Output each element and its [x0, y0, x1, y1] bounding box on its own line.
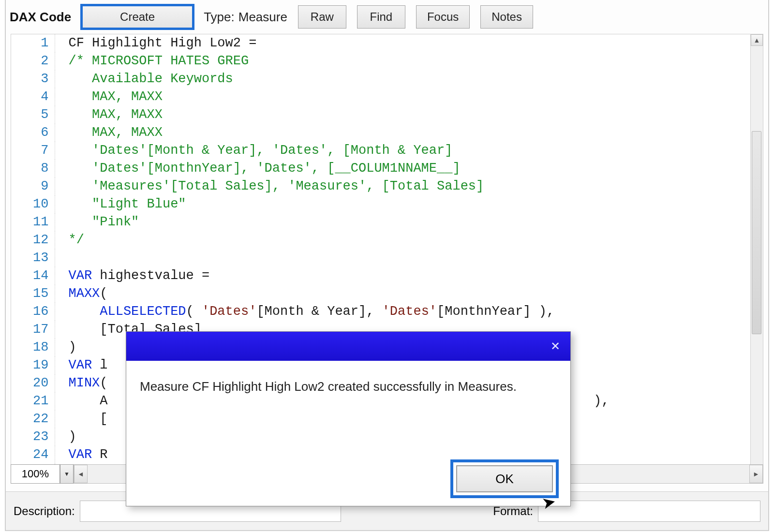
raw-button[interactable]: Raw [298, 5, 346, 29]
line-number: 18 [11, 339, 55, 356]
line-number: 9 [11, 177, 55, 195]
code-line[interactable]: 14VAR highestvalue = [11, 267, 610, 285]
code-line[interactable]: 15MAXX( [11, 285, 610, 303]
scroll-thumb[interactable] [752, 131, 761, 334]
create-button[interactable]: Create [82, 5, 193, 29]
code-content[interactable]: "Light Blue" [55, 195, 610, 213]
line-number: 17 [11, 321, 55, 339]
code-line[interactable]: 8 'Dates'[MonthnYear], 'Dates', [__COLUM… [11, 160, 610, 177]
app-title: DAX Code [10, 10, 71, 25]
line-number: 11 [11, 213, 55, 231]
line-number: 12 [11, 231, 55, 249]
code-content[interactable]: MAX, MAXX [55, 88, 610, 106]
line-number: 4 [11, 88, 55, 106]
code-content[interactable]: 'Measures'[Total Sales], 'Measures', [To… [55, 177, 610, 195]
focus-button[interactable]: Focus [416, 5, 470, 29]
code-content[interactable]: Available Keywords [55, 70, 610, 88]
line-number: 7 [11, 142, 55, 160]
line-number: 6 [11, 124, 55, 142]
code-line[interactable]: 6 MAX, MAXX [11, 124, 610, 142]
format-input[interactable] [538, 501, 760, 522]
description-label: Description: [14, 504, 75, 518]
code-content[interactable]: */ [55, 231, 610, 249]
code-content[interactable] [55, 249, 610, 267]
code-content[interactable]: 'Dates'[Month & Year], 'Dates', [Month &… [55, 142, 610, 160]
code-line[interactable]: 1CF Highlight High Low2 = [11, 34, 610, 52]
dialog-titlebar[interactable]: ✕ [126, 332, 570, 361]
line-number: 15 [11, 285, 55, 303]
notes-button[interactable]: Notes [480, 5, 533, 29]
code-content[interactable]: ALLSELECTED( 'Dates'[Month & Year], 'Dat… [55, 303, 610, 321]
code-content[interactable]: "Pink" [55, 213, 610, 231]
code-content[interactable]: VAR highestvalue = [55, 267, 610, 285]
code-line[interactable]: 7 'Dates'[Month & Year], 'Dates', [Month… [11, 142, 610, 160]
code-line[interactable]: 2/* MICROSOFT HATES GREG [11, 52, 610, 70]
code-content[interactable]: MAX, MAXX [55, 124, 610, 142]
code-content[interactable]: MAXX( [55, 285, 610, 303]
vertical-scrollbar[interactable]: ▲ ▼ [750, 34, 763, 478]
type-label: Type: [204, 10, 235, 25]
message-dialog: ✕ Measure CF Highlight High Low2 created… [126, 331, 571, 506]
line-number: 23 [11, 428, 55, 446]
line-number: 8 [11, 160, 55, 177]
type-field: Type: Measure [204, 10, 287, 25]
line-number: 20 [11, 374, 55, 392]
code-line[interactable]: 4 MAX, MAXX [11, 88, 610, 106]
type-value: Measure [238, 10, 287, 25]
scroll-up-icon[interactable]: ▲ [751, 34, 763, 46]
line-number: 5 [11, 106, 55, 124]
close-icon[interactable]: ✕ [544, 336, 566, 356]
line-number: 10 [11, 195, 55, 213]
code-line[interactable]: 5 MAX, MAXX [11, 106, 610, 124]
code-line[interactable]: 3 Available Keywords [11, 70, 610, 88]
code-content[interactable]: CF Highlight High Low2 = [55, 34, 610, 52]
line-number: 21 [11, 392, 55, 410]
code-content[interactable]: MAX, MAXX [55, 106, 610, 124]
line-number: 2 [11, 52, 55, 70]
zoom-value: 100% [11, 464, 60, 484]
line-number: 1 [11, 34, 55, 52]
zoom-dropdown-icon[interactable]: ▼ [60, 464, 74, 484]
line-number: 24 [11, 446, 55, 464]
line-number: 3 [11, 70, 55, 88]
ok-button[interactable]: OK [456, 465, 553, 492]
code-line[interactable]: 13 [11, 249, 610, 267]
scroll-right-icon[interactable]: ► [749, 465, 763, 483]
find-button[interactable]: Find [357, 5, 405, 29]
code-line[interactable]: 12*/ [11, 231, 610, 249]
line-number: 19 [11, 356, 55, 374]
line-number: 16 [11, 303, 55, 321]
code-line[interactable]: 10 "Light Blue" [11, 195, 610, 213]
code-line[interactable]: 16 ALLSELECTED( 'Dates'[Month & Year], '… [11, 303, 610, 321]
code-content[interactable]: /* MICROSOFT HATES GREG [55, 52, 610, 70]
zoom-control[interactable]: 100% ▼ [11, 464, 74, 484]
scroll-left-icon[interactable]: ◄ [74, 465, 88, 483]
toolbar: DAX Code Create Type: Measure Raw Find F… [6, 0, 768, 34]
code-line[interactable]: 11 "Pink" [11, 213, 610, 231]
dialog-message: Measure CF Highlight High Low2 created s… [126, 361, 570, 404]
code-line[interactable]: 9 'Measures'[Total Sales], 'Measures', [… [11, 177, 610, 195]
line-number: 14 [11, 267, 55, 285]
code-content[interactable]: 'Dates'[MonthnYear], 'Dates', [__COLUM1N… [55, 160, 610, 177]
line-number: 13 [11, 249, 55, 267]
line-number: 22 [11, 410, 55, 428]
